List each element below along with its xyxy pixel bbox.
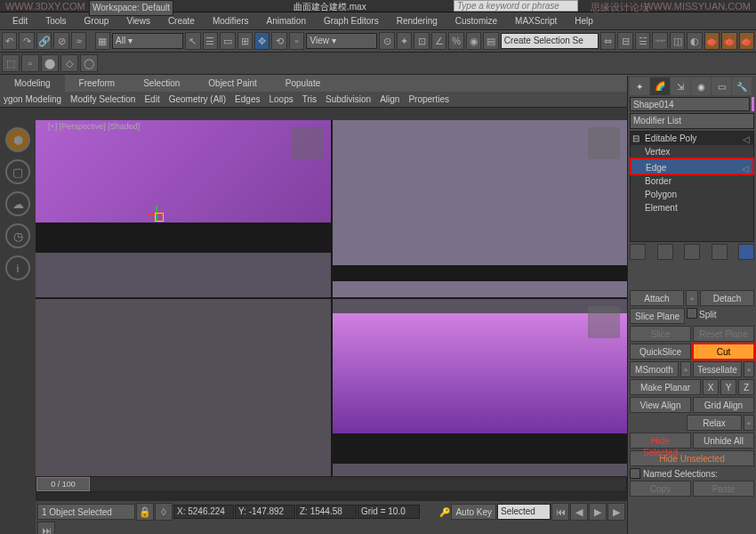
resetplane-button[interactable]: Reset Plane — [693, 326, 754, 342]
mirror-icon[interactable]: ⇔ — [600, 32, 615, 50]
viewcube-icon[interactable] — [588, 127, 620, 159]
modifier-list-dd[interactable]: Modifier List — [630, 113, 754, 129]
planar-y-button[interactable]: Y — [720, 379, 736, 395]
paste-button[interactable]: Paste — [693, 481, 754, 497]
mat-icon[interactable]: ◐ — [687, 32, 702, 50]
viewalign-button[interactable]: View Align — [630, 397, 691, 413]
quickslice-button[interactable]: QuickSlice — [630, 344, 691, 360]
copy-button[interactable]: Copy — [630, 481, 691, 497]
relax-button[interactable]: Relax — [687, 415, 742, 431]
side-box-icon[interactable]: ▢ — [5, 159, 30, 184]
side-cloud-icon[interactable]: ☁ — [5, 191, 30, 216]
attach-button[interactable]: Attach — [630, 290, 684, 306]
rr-polymodel[interactable]: ygon Modeling — [4, 94, 61, 104]
time-slider[interactable]: 0 / 100 — [36, 476, 627, 492]
rr-modsel[interactable]: Modify Selection — [70, 94, 135, 104]
coord-z[interactable]: Z: 1544.58 — [296, 505, 357, 519]
play-icon[interactable]: ▶ — [589, 503, 607, 521]
pctsnap-icon[interactable]: % — [448, 32, 463, 50]
side-home-icon[interactable]: ⬢ — [5, 127, 30, 152]
msmooth-button[interactable]: MSmooth — [630, 361, 679, 377]
slice-button[interactable]: Slice — [630, 326, 691, 342]
pin-icon[interactable] — [630, 244, 646, 260]
tessellate-button[interactable]: Tessellate — [693, 361, 742, 377]
msmooth-opt-button[interactable]: ▫ — [680, 361, 691, 377]
viewport-tr[interactable] — [333, 120, 628, 297]
cp-util-icon[interactable]: 🔧 — [732, 77, 752, 95]
menu-rendering[interactable]: Rendering — [388, 14, 446, 28]
sel-b-icon[interactable]: ▫ — [21, 54, 39, 72]
menu-tools[interactable]: Tools — [36, 14, 75, 28]
rr-props[interactable]: Properties — [408, 94, 449, 104]
sel-c-icon[interactable]: ⬤ — [41, 54, 59, 72]
move-icon[interactable]: ✥ — [254, 32, 269, 50]
sliceplane-button[interactable]: Slice Plane — [630, 308, 685, 324]
menu-views[interactable]: Views — [117, 14, 159, 28]
detach-button[interactable]: Detach — [700, 290, 754, 306]
relax-opt-button[interactable]: ▫ — [744, 415, 754, 431]
menu-group[interactable]: Group — [76, 14, 118, 28]
remove-icon[interactable] — [712, 244, 728, 260]
unlink-icon[interactable]: ⊘ — [53, 32, 68, 50]
stack-vertex[interactable]: Vertex — [631, 145, 753, 158]
tessellate-opt-button[interactable]: ▫ — [744, 361, 754, 377]
sel-a-icon[interactable]: ⬚ — [2, 54, 20, 72]
nsel-icon[interactable]: ▤ — [483, 32, 498, 50]
rr-subdiv[interactable]: Subdivision — [326, 94, 371, 104]
select-filter-dd[interactable]: All ▾ — [112, 33, 183, 49]
refcoord-dd[interactable]: View ▾ — [306, 33, 377, 49]
scale-icon[interactable]: ▫ — [289, 32, 304, 50]
play-next-icon[interactable]: ▶ — [607, 503, 625, 521]
menu-create[interactable]: Create — [159, 14, 204, 28]
schematic-icon[interactable]: ◫ — [670, 32, 685, 50]
side-clock-icon[interactable]: ◷ — [5, 223, 30, 248]
workspace-dd[interactable]: Workspace: Default — [89, 0, 173, 16]
show-icon[interactable] — [657, 244, 673, 260]
rotate-icon[interactable]: ⟲ — [271, 32, 286, 50]
coord-x[interactable]: X: 5246.224 — [173, 505, 234, 519]
menu-maxscript[interactable]: MAXScript — [506, 14, 566, 28]
bind-icon[interactable]: ≈ — [71, 32, 86, 50]
rr-loops[interactable]: Loops — [269, 94, 293, 104]
attach-opt-button[interactable]: ▫ — [686, 290, 698, 306]
create-selection-dd[interactable]: Create Selection Se — [501, 33, 599, 49]
ribbon-tab-selection[interactable]: Selection — [129, 75, 194, 92]
select-region-icon[interactable]: ▭ — [220, 32, 235, 50]
color-swatch[interactable] — [752, 97, 754, 111]
vp-label[interactable]: [+] [Perspective] [Shaded] — [48, 122, 140, 131]
anglesnap-icon[interactable]: ∠ — [431, 32, 446, 50]
ribbon-tab-populate[interactable]: Populate — [271, 75, 334, 92]
ribbon-tab-modeling[interactable]: Modeling — [0, 75, 65, 92]
stack-edge[interactable]: Edge◁ — [631, 158, 753, 174]
stack-element[interactable]: Element — [631, 201, 753, 214]
split-checkbox[interactable] — [687, 308, 697, 319]
snap-icon[interactable]: ⊡ — [414, 32, 429, 50]
rr-edit[interactable]: Edit — [144, 94, 159, 104]
time-slider-handle[interactable]: 0 / 100 — [36, 477, 90, 491]
undo-icon[interactable]: ↶ — [2, 32, 17, 50]
side-info-icon[interactable]: i — [5, 255, 30, 280]
rr-align[interactable]: Align — [380, 94, 399, 104]
ribbon-tab-freeform[interactable]: Freeform — [65, 75, 130, 92]
select-icon[interactable]: ↖ — [185, 32, 200, 50]
named-chk[interactable] — [630, 468, 640, 479]
curve-icon[interactable]: 〰 — [652, 32, 667, 50]
stack-polygon[interactable]: Polygon — [631, 188, 753, 201]
redo-icon[interactable]: ↷ — [19, 32, 34, 50]
cp-create-icon[interactable]: ✦ — [630, 77, 649, 95]
align-icon[interactable]: ⊟ — [617, 32, 632, 50]
isolate-icon[interactable]: ◊ — [155, 503, 173, 521]
viewcube-icon[interactable] — [588, 306, 620, 338]
vp-menu-icon[interactable]: + — [37, 122, 46, 131]
keymode-dd[interactable]: Selected — [497, 504, 551, 520]
planar-x-button[interactable]: X — [703, 379, 719, 395]
pivot-icon[interactable]: ⊙ — [379, 32, 394, 50]
makeplanar-button[interactable]: Make Planar — [630, 379, 701, 395]
lock-icon[interactable]: 🔒 — [136, 503, 154, 521]
ribbon-tab-objectpaint[interactable]: Object Paint — [194, 75, 270, 92]
menu-help[interactable]: Help — [566, 14, 602, 28]
play-end-icon[interactable]: ⏭ — [37, 522, 55, 534]
viewcube-icon[interactable] — [292, 127, 324, 159]
coord-y[interactable]: Y: -147.892 — [235, 505, 295, 519]
stack-border[interactable]: Border — [631, 174, 753, 188]
